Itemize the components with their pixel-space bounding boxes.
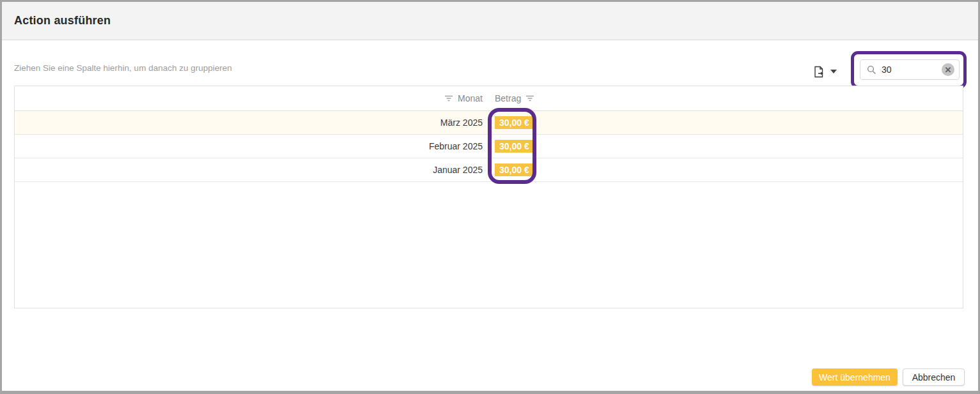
cell-monat: März 2025 [15, 117, 490, 128]
highlighted-amount: 30,00 € [495, 116, 534, 129]
search-input[interactable] [882, 64, 936, 75]
search-annotation-highlight: ✕ [851, 51, 967, 89]
cell-betrag: 30,00 € [490, 163, 963, 176]
column-header-betrag[interactable]: Betrag [490, 93, 963, 103]
data-grid: Monat Betrag März 2025 30,00 € Febru [14, 86, 963, 308]
highlighted-amount: 30,00 € [495, 140, 534, 153]
search-icon [867, 65, 876, 75]
table-row[interactable]: Februar 2025 30,00 € [15, 135, 963, 158]
export-button[interactable] [814, 63, 837, 80]
column-header-monat[interactable]: Monat [15, 93, 490, 103]
table-row[interactable]: Januar 2025 30,00 € [15, 158, 963, 182]
cell-monat: Januar 2025 [15, 165, 490, 175]
group-panel-hint: Ziehen Sie eine Spalte hierhin, um danac… [14, 63, 232, 73]
cell-betrag: 30,00 € [490, 116, 963, 129]
grid-header-row: Monat Betrag [15, 86, 963, 111]
search-box[interactable]: ✕ [860, 59, 960, 80]
cell-betrag: 30,00 € [490, 140, 963, 153]
dialog-titlebar: Action ausführen [2, 2, 978, 40]
export-dropdown-caret[interactable] [830, 70, 837, 73]
filter-icon-monat[interactable] [444, 95, 453, 102]
action-dialog: Action ausführen Ziehen Sie eine Spalte … [0, 0, 980, 394]
grid-empty-area [15, 182, 963, 308]
column-label-betrag: Betrag [495, 93, 521, 103]
highlighted-amount: 30,00 € [495, 163, 534, 176]
export-icon[interactable] [814, 66, 825, 78]
dialog-title: Action ausführen [14, 14, 111, 27]
apply-value-button[interactable]: Wert übernehmen [812, 368, 898, 386]
filter-icon-betrag[interactable] [525, 95, 534, 102]
column-label-monat: Monat [458, 93, 483, 103]
clear-search-icon[interactable]: ✕ [942, 63, 954, 76]
cancel-button[interactable]: Abbrechen [903, 368, 965, 386]
cell-monat: Februar 2025 [15, 141, 490, 151]
table-row[interactable]: März 2025 30,00 € [15, 111, 963, 135]
